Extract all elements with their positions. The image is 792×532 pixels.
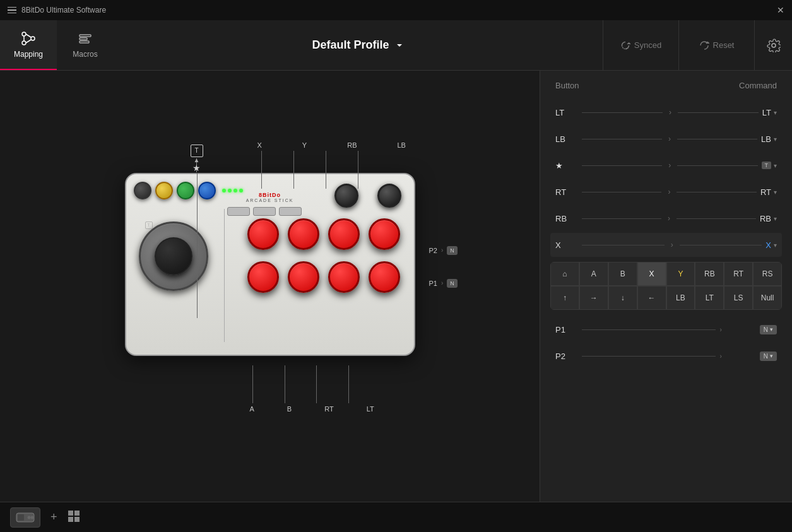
- cmd-dropdown-RT[interactable]: ▾: [774, 189, 777, 196]
- windows-icon: [68, 510, 80, 525]
- cmd-text-RB: RB: [760, 214, 771, 223]
- arcade-btn-Y[interactable]: [288, 218, 319, 250]
- cmd-text-X: X: [765, 240, 771, 250]
- n-badge-P2[interactable]: N ▾: [760, 352, 777, 361]
- device-thumbnail[interactable]: [10, 507, 40, 528]
- arcade-btn-RT[interactable]: [328, 261, 360, 293]
- cmd-star[interactable]: T ▾: [762, 162, 777, 169]
- cmd-btn-RS[interactable]: RS: [753, 262, 782, 286]
- right-line-RB: [677, 218, 756, 219]
- menu-icon[interactable]: [8, 7, 16, 14]
- small-btn-3[interactable]: [279, 207, 302, 216]
- cmd-dropdown-LT[interactable]: ▾: [774, 109, 777, 116]
- profile-selector[interactable]: Default Profile: [312, 38, 404, 52]
- cmd-X[interactable]: X ▾: [765, 240, 777, 250]
- cmd-dropdown-RB[interactable]: ▾: [774, 215, 777, 222]
- t-label: T: [191, 145, 203, 157]
- cmd-btn-home[interactable]: ⌂: [550, 262, 579, 286]
- arrow-RB: ›: [668, 214, 670, 223]
- cmd-dropdown-X[interactable]: ▾: [774, 242, 777, 249]
- cmd-btn-RB-picker[interactable]: RB: [695, 262, 724, 286]
- tab-mapping[interactable]: Mapping: [0, 20, 57, 70]
- cmd-btn-RT-picker[interactable]: RT: [724, 262, 753, 286]
- cmd-btn-down[interactable]: ↓: [608, 286, 637, 310]
- arcade-btn-RB[interactable]: [328, 218, 360, 250]
- ann-Y: Y: [302, 141, 307, 149]
- add-device-button[interactable]: +: [50, 511, 57, 524]
- knob-green[interactable]: [177, 182, 194, 199]
- svg-point-0: [22, 41, 26, 45]
- cmd-btn-LT-picker[interactable]: LT: [695, 286, 724, 310]
- cmd-row-2: ↑ → ↓ ← LB LT LS Null: [550, 286, 782, 310]
- svg-point-12: [28, 516, 31, 519]
- knob-blue[interactable]: [198, 182, 216, 199]
- controller-body: 8BitDo ARCADE STICK: [125, 173, 415, 356]
- svg-point-2: [31, 37, 35, 40]
- tab-macros[interactable]: Macros: [57, 20, 114, 70]
- right-line-LT: [678, 112, 759, 113]
- svg-rect-6: [80, 35, 91, 37]
- knob-yellow[interactable]: [155, 182, 173, 199]
- mapping-row-LT[interactable]: LT › LT ▾: [550, 100, 782, 124]
- close-button[interactable]: ✕: [777, 5, 784, 15]
- cmd-RB[interactable]: RB ▾: [760, 214, 777, 223]
- arcade-btn-LB[interactable]: [369, 218, 400, 250]
- cmd-btn-A[interactable]: A: [579, 262, 608, 286]
- arcade-btn-B[interactable]: [288, 261, 319, 293]
- arcade-btn-A[interactable]: [247, 261, 279, 293]
- arcade-btn-X[interactable]: [247, 218, 279, 250]
- p1-annotation: P1 › N: [429, 279, 458, 288]
- cmd-btn-LS[interactable]: LS: [724, 286, 753, 310]
- arcade-btn-LT[interactable]: [369, 261, 400, 293]
- joystick-stick[interactable]: [155, 237, 192, 275]
- mapping-row-LB[interactable]: LB › LB ▾: [550, 127, 782, 151]
- n-dropdown-P2[interactable]: ▾: [770, 353, 773, 359]
- cmd-btn-up[interactable]: ↑: [550, 286, 579, 310]
- arrow-RT: ›: [668, 187, 670, 196]
- n-dropdown-P1[interactable]: ▾: [770, 326, 773, 333]
- mapping-row-X[interactable]: X › X ▾: [550, 233, 782, 257]
- mapping-line-RB: [582, 218, 661, 219]
- ann-LB: LB: [397, 141, 405, 149]
- mapping-row-RT[interactable]: RT › RT ▾: [550, 180, 782, 204]
- small-btn-2[interactable]: [253, 207, 276, 216]
- cmd-btn-X[interactable]: X: [637, 262, 666, 286]
- cmd-LT[interactable]: LT ▾: [762, 108, 777, 117]
- mapping-row-star[interactable]: ★ › T ▾: [550, 153, 782, 177]
- cmd-btn-null[interactable]: Null: [753, 286, 782, 310]
- cmd-text-RT: RT: [760, 187, 771, 197]
- n-badge-P1[interactable]: N ▾: [760, 325, 777, 334]
- analog-stick-p2[interactable]: [334, 184, 358, 208]
- cmd-dropdown-star[interactable]: ▾: [774, 162, 777, 169]
- cmd-RT[interactable]: RT ▾: [760, 187, 777, 197]
- p-line-P1: [582, 329, 716, 330]
- joystick-base[interactable]: [139, 222, 208, 291]
- status-bar: +: [0, 502, 792, 532]
- reset-button[interactable]: Reset: [678, 20, 754, 70]
- p-row-P1[interactable]: P1 › N ▾: [550, 317, 782, 341]
- btn-label-X: X: [555, 240, 578, 250]
- p-arrow-P1: ›: [719, 326, 721, 333]
- cmd-btn-B[interactable]: B: [608, 262, 637, 286]
- analog-stick-p1[interactable]: [377, 184, 401, 208]
- reset-label: Reset: [713, 40, 735, 50]
- led-3: [233, 189, 237, 192]
- right-line-X: [680, 245, 762, 245]
- cmd-btn-right[interactable]: →: [579, 286, 608, 310]
- sync-button[interactable]: Synced: [603, 20, 678, 70]
- mapping-row-RB[interactable]: RB › RB ▾: [550, 206, 782, 230]
- cmd-btn-Y[interactable]: Y: [666, 262, 695, 286]
- analog-sticks: [334, 184, 401, 208]
- p-row-P2[interactable]: P2 › N ▾: [550, 344, 782, 368]
- small-btn-1[interactable]: [227, 207, 250, 216]
- cmd-dropdown-LB[interactable]: ▾: [774, 136, 777, 143]
- knob-1[interactable]: [134, 182, 151, 199]
- ann-A: A: [250, 405, 254, 413]
- cmd-btn-LB-picker[interactable]: LB: [666, 286, 695, 310]
- settings-button[interactable]: [754, 20, 792, 70]
- btn-label-RT: RT: [555, 187, 578, 197]
- main-content: 8BitDo ARCADE STICK: [0, 71, 792, 502]
- n-badge-text-P2: N: [764, 353, 768, 360]
- cmd-LB[interactable]: LB ▾: [761, 134, 777, 144]
- cmd-btn-left[interactable]: ←: [637, 286, 666, 310]
